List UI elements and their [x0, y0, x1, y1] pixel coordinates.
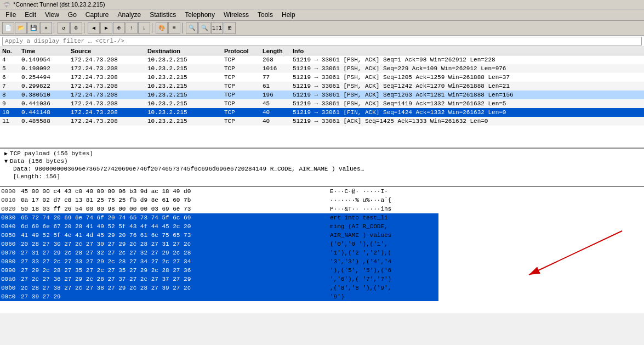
cell-time: 0.198092 — [19, 65, 69, 72]
menu-item-help[interactable]: Help — [277, 10, 300, 20]
hex-row[interactable]: 008027 33 27 2c 27 33 27 29 2c 28 27 34 … — [0, 257, 329, 266]
table-row[interactable]: 8 0.380510 172.24.73.208 10.23.2.215 TCP… — [0, 91, 644, 99]
hex-offset: 0060 — [1, 241, 21, 247]
cell-len: 61 — [260, 83, 290, 89]
cell-dst: 10.23.2.215 — [145, 118, 222, 125]
cell-no: 5 — [0, 65, 19, 72]
toolbar-go-packet[interactable]: ⊕ — [113, 22, 125, 34]
toolbar-colorize[interactable]: 🎨 — [156, 22, 168, 34]
table-row[interactable]: 6 0.254494 172.24.73.208 10.23.2.215 TCP… — [0, 73, 644, 82]
table-row[interactable]: 7 0.299822 172.24.73.208 10.23.2.215 TCP… — [0, 82, 644, 91]
table-row[interactable]: 11 0.485588 172.24.73.208 10.23.2.215 TC… — [0, 117, 644, 126]
toolbar-forward[interactable]: ▶ — [100, 22, 112, 34]
hex-offset: 0000 — [1, 188, 21, 195]
ascii-text: ','6'),( '7','7') — [330, 276, 391, 282]
hex-offset: 0040 — [1, 223, 21, 230]
hex-row[interactable]: 00c027 39 27 29 — [0, 292, 329, 301]
hex-offset: 0080 — [1, 258, 21, 265]
ascii-text: ·······% u%···a`{ — [330, 197, 391, 203]
hex-row[interactable]: 00100a 17 02 d7 c8 13 81 25 75 25 fb d9 … — [0, 196, 329, 205]
toolbar-autoscroll[interactable]: ≡ — [168, 22, 180, 34]
hex-offset: 0090 — [1, 267, 21, 274]
packet-rows-container: 4 0.149954 172.24.73.208 10.23.2.215 TCP… — [0, 55, 644, 126]
toolbar-zoom-out[interactable]: 🔍 — [198, 22, 210, 34]
ascii-row: ,('8','8 '),('9', — [329, 284, 438, 292]
menu-item-file[interactable]: File — [1, 10, 20, 20]
toolbar-save[interactable]: 💾 — [27, 22, 39, 34]
hex-offset: 00c0 — [1, 293, 21, 300]
toolbar-zoom-in[interactable]: 🔍 — [186, 22, 198, 34]
menu-item-capture[interactable]: Capture — [81, 10, 113, 20]
tcp-payload-label: TCP payload (156 bytes) — [10, 150, 93, 157]
header-destination: Destination — [145, 48, 222, 54]
data-length-line: [Length: 156] — [2, 173, 642, 180]
cell-dst: 10.23.2.215 — [145, 83, 222, 89]
menu-item-telephony[interactable]: Telephony — [180, 10, 219, 20]
hex-offset: 00b0 — [1, 285, 21, 291]
data-item-tree[interactable]: ▼ Data (156 bytes) — [2, 157, 642, 165]
tcp-payload-item[interactable]: ▶ TCP payload (156 bytes) — [2, 150, 642, 157]
toolbar-back[interactable]: ◀ — [88, 22, 100, 34]
toolbar-reload[interactable]: ↺ — [58, 22, 70, 34]
header-no: No. — [0, 48, 19, 54]
toolbar-open[interactable]: 📂 — [15, 22, 27, 34]
toolbar-close[interactable]: ✕ — [40, 22, 52, 34]
cell-len: 77 — [260, 74, 290, 81]
hex-row[interactable]: 007027 31 27 29 2c 28 27 32 27 2c 27 32 … — [0, 248, 329, 257]
cell-proto: TCP — [222, 74, 260, 81]
ascii-text: '3','3') ,('4','4 — [330, 258, 391, 265]
cell-dst: 10.23.2.215 — [145, 74, 222, 81]
menu-item-statistics[interactable]: Statistics — [145, 10, 180, 20]
tree-arrow-tcp: ▶ — [4, 150, 8, 157]
toolbar-resize-columns[interactable]: ⊞ — [224, 22, 236, 34]
table-row[interactable]: 10 0.441148 172.24.73.208 10.23.2.215 TC… — [0, 108, 644, 117]
table-row[interactable]: 4 0.149954 172.24.73.208 10.23.2.215 TCP… — [0, 55, 644, 64]
cell-info: 51219 → 33061 [PSH, ACK] Seq=1205 Ack=12… — [290, 74, 644, 81]
hex-row[interactable]: 00406d 69 6e 67 20 28 41 49 52 5f 43 4f … — [0, 222, 329, 231]
toolbar-zoom-normal[interactable]: 1:1 — [211, 22, 223, 34]
cell-no: 9 — [0, 100, 19, 107]
menu-item-wireless[interactable]: Wireless — [219, 10, 253, 20]
menu-bar: FileEditViewGoCaptureAnalyzeStatisticsTe… — [0, 9, 644, 21]
cell-time: 0.485588 — [19, 118, 69, 125]
menu-item-edit[interactable]: Edit — [20, 10, 41, 20]
hex-row[interactable]: 006020 28 27 30 27 2c 27 30 27 29 2c 28 … — [0, 240, 329, 248]
hex-row[interactable]: 00a027 2c 27 36 27 29 2c 28 27 37 27 2c … — [0, 275, 329, 284]
hex-row[interactable]: 009027 29 2c 28 27 35 27 2c 27 35 27 29 … — [0, 266, 329, 275]
hex-row[interactable]: 003065 72 74 20 69 6e 74 6f 20 74 65 73 … — [0, 213, 329, 222]
toolbar-prev-packet[interactable]: ↑ — [126, 22, 138, 34]
cell-dst: 10.23.2.215 — [145, 100, 222, 107]
toolbar-capture-opts[interactable]: ⚙ — [70, 22, 82, 34]
ascii-row: ·······% u%···a`{ — [329, 196, 438, 205]
hex-offset: 0020 — [1, 206, 21, 212]
cell-proto: TCP — [222, 92, 260, 98]
cell-time: 0.299822 — [19, 83, 69, 89]
hex-offset: 0070 — [1, 250, 21, 256]
hex-offset: 0030 — [1, 214, 21, 221]
hex-row[interactable]: 000045 00 00 c4 43 c0 40 00 80 06 b3 9d … — [0, 187, 329, 196]
hex-row[interactable]: 00b02c 28 27 38 27 2c 27 38 27 29 2c 28 … — [0, 284, 329, 292]
toolbar-next-packet[interactable]: ↓ — [138, 22, 150, 34]
hex-offset: 00a0 — [1, 276, 21, 282]
ascii-row: AIR_NAME ) values — [329, 231, 438, 240]
hex-row[interactable]: 002050 18 03 ff 26 54 00 00 98 00 00 00 … — [0, 205, 329, 213]
menu-item-view[interactable]: View — [41, 10, 64, 20]
hex-bytes: 45 00 00 c4 43 c0 40 00 80 06 b3 9d ac 1… — [21, 188, 218, 195]
cell-src: 172.24.73.208 — [69, 65, 145, 72]
menu-item-go[interactable]: Go — [64, 10, 81, 20]
data-label: Data (156 bytes) — [10, 158, 68, 165]
cell-len: 196 — [260, 92, 290, 98]
hex-bytes: 27 29 2c 28 27 35 27 2c 27 35 27 29 2c 2… — [21, 267, 218, 274]
menu-item-tools[interactable]: Tools — [253, 10, 277, 20]
table-row[interactable]: 9 0.441036 172.24.73.208 10.23.2.215 TCP… — [0, 99, 644, 108]
table-row[interactable]: 5 0.198092 172.24.73.208 10.23.2.215 TCP… — [0, 64, 644, 73]
ascii-text: '),('5', '5'),('6 — [330, 267, 391, 274]
ascii-row: ming (AI R_CODE, — [329, 222, 438, 231]
toolbar-new[interactable]: 📄 — [2, 22, 14, 34]
hex-row[interactable]: 005041 49 52 5f 4e 41 4d 45 29 20 76 61 … — [0, 231, 329, 240]
menu-item-analyze[interactable]: Analyze — [113, 10, 146, 20]
filter-input[interactable] — [2, 37, 642, 46]
header-time: Time — [19, 48, 69, 54]
arrow-annotation — [523, 220, 633, 287]
hex-bytes: 2c 28 27 38 27 2c 27 38 27 29 2c 28 27 3… — [21, 285, 218, 291]
